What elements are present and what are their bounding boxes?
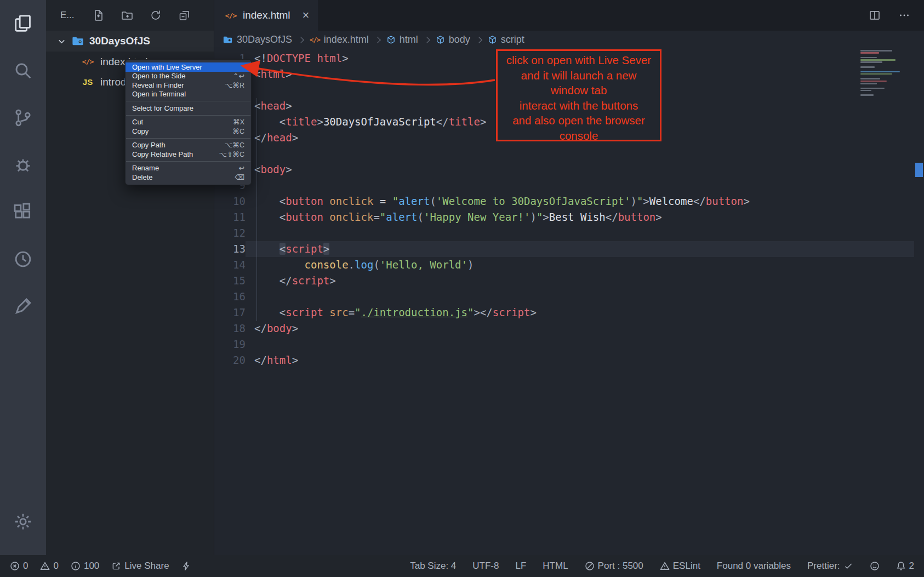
status-warnings[interactable]: 0 <box>40 561 58 572</box>
code-icon: </> <box>310 36 320 44</box>
line-content: <button onclick = "alert('Welcome to 30D… <box>246 193 914 209</box>
explorer-icon[interactable] <box>0 0 46 47</box>
refresh-icon[interactable] <box>149 9 162 22</box>
error-icon <box>10 561 20 571</box>
status-encoding[interactable]: UTF-8 <box>472 561 499 572</box>
close-icon[interactable]: × <box>303 9 310 21</box>
folder-icon <box>71 35 84 48</box>
status-notifications[interactable]: 2 <box>896 561 914 572</box>
share-icon <box>111 561 121 571</box>
encoding-label: UTF-8 <box>472 561 499 572</box>
breadcrumb-file[interactable]: </> index.html <box>310 34 369 45</box>
line-content: <body> <box>246 162 914 178</box>
code-line-20[interactable]: 20</html> <box>214 352 924 368</box>
code-line-10[interactable]: 10 <button onclick = "alert('Welcome to … <box>214 193 924 209</box>
status-language[interactable]: HTML <box>543 561 568 572</box>
split-editor-icon[interactable] <box>868 9 881 22</box>
breadcrumb-label: body <box>449 34 470 45</box>
breadcrumb-html[interactable]: html <box>386 34 418 45</box>
vscode-window: E... 30DaysOfJS </>index.htmlJSintroduct… <box>0 0 924 577</box>
new-file-icon[interactable] <box>92 9 105 22</box>
live-share-label: Live Share <box>124 561 169 572</box>
collapse-folders-icon[interactable] <box>178 9 191 22</box>
feedback-pen-icon[interactable] <box>0 283 46 330</box>
status-eol[interactable]: LF <box>515 561 526 572</box>
menu-item-shortcut: ⌘X <box>233 118 244 126</box>
menu-item-label: Open to the Side <box>132 72 186 80</box>
code-line-19[interactable]: 19 <box>214 336 924 352</box>
code-line-14[interactable]: 14 console.log('Hello, World') <box>214 257 924 273</box>
status-errors[interactable]: 0 <box>10 561 28 572</box>
status-prettier[interactable]: Prettier: <box>807 561 853 572</box>
tab-index-html[interactable]: </> index.html × <box>214 0 318 31</box>
code-line-17[interactable]: 17 <script src="./introduction.js"></scr… <box>214 305 924 321</box>
html-file-icon: </> <box>81 58 94 66</box>
annotation-line: window tab <box>498 83 660 98</box>
variables-label: Found 0 variables <box>717 561 791 572</box>
chevron-down-icon <box>57 37 66 46</box>
code-line-18[interactable]: 18</body> <box>214 321 924 336</box>
annotation-line: and also open the browser <box>498 113 660 128</box>
status-tab-size[interactable]: Tab Size: 4 <box>410 561 456 572</box>
status-lightning[interactable] <box>181 561 191 571</box>
menu-item-label: Open with Live Server <box>132 63 202 71</box>
menu-item-open-in-terminal[interactable]: Open in Terminal <box>126 90 251 99</box>
html-file-icon: </> <box>224 12 237 20</box>
code-line-16[interactable]: 16 <box>214 289 924 305</box>
source-control-icon[interactable] <box>0 94 46 141</box>
line-content <box>246 146 914 162</box>
extensions-icon[interactable] <box>0 188 46 236</box>
symbol-cube-icon <box>386 35 396 44</box>
code-line-12[interactable]: 12 <box>214 225 924 241</box>
search-icon[interactable] <box>0 47 46 94</box>
breadcrumb-folder[interactable]: 30DaysOfJS <box>223 34 292 45</box>
info-icon <box>71 561 81 571</box>
new-folder-icon[interactable] <box>121 9 134 22</box>
minimap[interactable] <box>860 50 911 97</box>
menu-item-copy-relative-path[interactable]: Copy Relative Path⌥⇧⌘C <box>126 150 251 159</box>
menu-separator <box>126 161 250 162</box>
more-actions-icon[interactable] <box>898 9 911 22</box>
line-number: 17 <box>214 305 246 321</box>
status-eslint[interactable]: ESLint <box>660 561 700 572</box>
code-line-11[interactable]: 11 <button onclick="alert('Happy New Yea… <box>214 209 924 225</box>
breadcrumb-body[interactable]: body <box>436 34 470 45</box>
menu-item-shortcut: ↩ <box>239 164 244 172</box>
status-feedback[interactable] <box>870 561 880 571</box>
menu-item-copy[interactable]: Copy⌘C <box>126 127 251 136</box>
menu-item-reveal-in-finder[interactable]: Reveal in Finder⌥⌘R <box>126 81 251 90</box>
breadcrumb-script[interactable]: script <box>488 34 524 45</box>
menu-item-shortcut: ⌥⌘R <box>225 81 244 89</box>
status-variables[interactable]: Found 0 variables <box>717 561 791 572</box>
breadcrumb-label: html <box>400 34 418 45</box>
scrollbar-decoration <box>915 163 923 177</box>
history-icon[interactable] <box>0 236 46 283</box>
tab-bar: </> index.html × <box>214 0 924 31</box>
code-line-9[interactable]: 9 <box>214 178 924 193</box>
menu-item-copy-path[interactable]: Copy Path⌥⌘C <box>126 141 251 150</box>
code-line-7[interactable]: 7 <box>214 146 924 162</box>
annotation-line: interact with the buttons <box>498 98 660 113</box>
menu-item-cut[interactable]: Cut⌘X <box>126 118 251 127</box>
symbol-cube-icon <box>436 35 445 44</box>
code-line-15[interactable]: 15 </script> <box>214 273 924 289</box>
menu-item-rename[interactable]: Rename↩ <box>126 164 251 173</box>
code-line-13[interactable]: 13 <script> <box>214 241 924 257</box>
code-line-8[interactable]: 8<body> <box>214 162 924 178</box>
menu-item-delete[interactable]: Delete⌫ <box>126 173 251 182</box>
menu-item-open-with-live-server[interactable]: Open with Live Server <box>126 62 251 72</box>
line-content: <script src="./introduction.js"></script… <box>246 305 914 321</box>
menu-item-label: Reveal in Finder <box>132 81 184 89</box>
run-debug-icon[interactable] <box>0 141 46 188</box>
menu-item-shortcut: ⌫ <box>235 173 244 181</box>
status-info[interactable]: 100 <box>71 561 99 572</box>
settings-gear-icon[interactable] <box>0 498 46 545</box>
status-live-share[interactable]: Live Share <box>111 561 169 572</box>
menu-item-open-to-the-side[interactable]: Open to the Side⌃↩ <box>126 72 251 81</box>
folder-icon <box>223 35 233 45</box>
status-port[interactable]: Port : 5500 <box>585 561 643 572</box>
chevron-right-icon <box>424 37 430 43</box>
menu-item-select-for-compare[interactable]: Select for Compare <box>126 104 251 113</box>
chevron-right-icon <box>374 37 380 43</box>
folder-root-30daysofjs[interactable]: 30DaysOfJS <box>46 31 214 52</box>
